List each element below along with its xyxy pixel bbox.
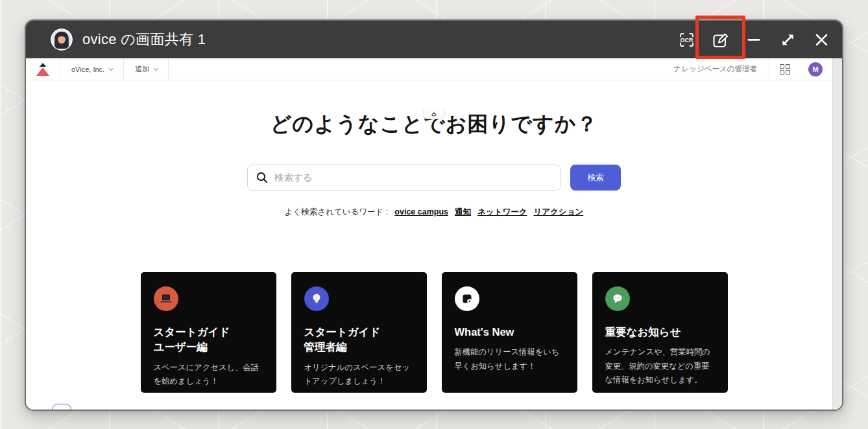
card-description: メンテナンスや、営業時間の変更、規約の変更などの重要な情報をお知らせします。 (605, 345, 715, 386)
card-title: スタートガイド ユーザー編 (154, 325, 263, 355)
popular-link-notifications[interactable]: 通知 (455, 207, 471, 216)
close-button[interactable] (810, 25, 833, 54)
search-icon (256, 172, 268, 183)
presenter-avatar (51, 29, 73, 51)
collapse-chevron-icon (431, 112, 437, 117)
release-tag-icon (455, 286, 479, 311)
minimize-icon (746, 32, 762, 47)
admin-role-label: ナレッジベースの管理者 (662, 58, 769, 80)
search-input[interactable] (274, 172, 552, 183)
window-controls: OCR (675, 25, 833, 54)
search-area: 検索 (26, 165, 842, 191)
apps-grid-icon (780, 64, 790, 75)
close-icon (814, 32, 830, 48)
laptop-icon (154, 286, 178, 311)
site-navbar: oVice, Inc. 追加 ナレッジベースの管理者 M (26, 58, 842, 80)
org-dropdown[interactable]: oVice, Inc. (60, 58, 124, 80)
expand-icon (780, 32, 796, 48)
navbar-right: ナレッジベースの管理者 M (662, 58, 842, 80)
apps-menu-button[interactable] (769, 58, 801, 80)
card-title: What's New (455, 325, 564, 340)
search-button[interactable]: 検索 (570, 165, 621, 191)
annotate-button[interactable] (708, 25, 732, 54)
chevron-down-icon (109, 66, 114, 71)
ocr-icon: OCR (680, 36, 693, 43)
window-title: ovice の画面共有 1 (82, 30, 206, 49)
site-logo[interactable] (26, 58, 60, 80)
card-description: オリジナルのスペースをセットアップしましょう！ (304, 361, 414, 388)
fullscreen-button[interactable] (776, 25, 799, 54)
card-title: 重要なお知らせ (605, 325, 715, 340)
page-content: どのようなことでお困りですか？ 検索 よく検索されているワード :ovice c… (26, 110, 842, 411)
topic-cards: スタートガイド ユーザー編 スペースにアクセスし、会話を始めましょう！ スタート… (26, 272, 842, 393)
collapse-handle[interactable] (423, 110, 445, 119)
popular-link-ovice-campus[interactable]: ovice campus (394, 207, 448, 216)
chevron-down-icon (154, 66, 158, 71)
mountain-logo-icon (36, 63, 49, 76)
chevron-up-icon (56, 408, 67, 411)
add-dropdown[interactable]: 追加 (124, 58, 169, 80)
scroll-to-top-button[interactable] (52, 404, 71, 411)
user-avatar: M (808, 62, 823, 76)
chat-bubble-icon (605, 286, 630, 311)
card-description: スペースにアクセスし、会話を始めましょう！ (154, 361, 263, 388)
window-titlebar[interactable]: ovice の画面共有 1 OCR (26, 21, 842, 58)
card-description: 新機能のリリース情報をいち早くお知らせします！ (455, 345, 564, 373)
add-dropdown-label: 追加 (135, 64, 149, 74)
lightbulb-icon (304, 286, 329, 311)
page-scrollbar[interactable] (832, 58, 842, 410)
org-dropdown-label: oVice, Inc. (71, 65, 104, 73)
card-start-guide-user[interactable]: スタートガイド ユーザー編 スペースにアクセスし、会話を始めましょう！ (141, 272, 276, 393)
search-box[interactable] (247, 165, 561, 191)
card-important-notices[interactable]: 重要なお知らせ メンテナンスや、営業時間の変更、規約の変更などの重要な情報をお知… (592, 272, 728, 393)
edit-pencil-icon (711, 30, 730, 49)
screen-share-window: ovice の画面共有 1 OCR (25, 19, 843, 411)
popular-link-network[interactable]: ネットワーク (477, 207, 527, 216)
popular-link-reactions[interactable]: リアクション (533, 207, 583, 216)
card-start-guide-admin[interactable]: スタートガイド 管理者編 オリジナルのスペースをセットアップしましょう！ (291, 272, 427, 393)
card-title: スタートガイド 管理者編 (304, 325, 414, 355)
minimize-button[interactable] (742, 25, 766, 54)
popular-searches: よく検索されているワード :ovice campus通知ネットワークリアクション (26, 207, 842, 218)
popular-searches-label: よく検索されているワード : (285, 207, 389, 216)
card-whats-new[interactable]: What's New 新機能のリリース情報をいち早くお知らせします！ (442, 272, 577, 393)
ocr-button[interactable]: OCR (675, 25, 698, 54)
